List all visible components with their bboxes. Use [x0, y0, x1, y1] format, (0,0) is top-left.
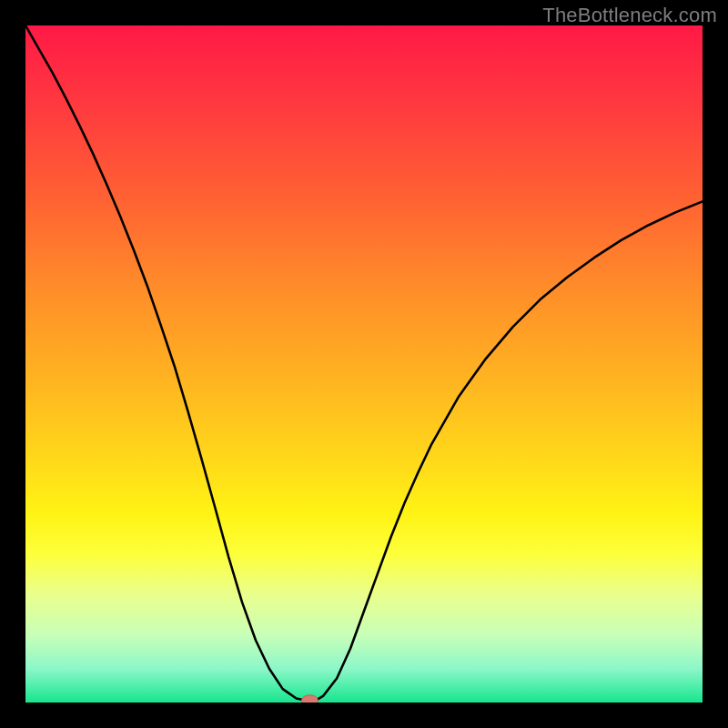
- attribution-label: TheBottleneck.com: [542, 4, 717, 27]
- plot-area: [25, 25, 703, 703]
- min-point-marker: [301, 695, 318, 703]
- curve-path: [25, 25, 703, 701]
- bottleneck-curve: [25, 25, 703, 703]
- chart-frame: TheBottleneck.com: [0, 0, 728, 728]
